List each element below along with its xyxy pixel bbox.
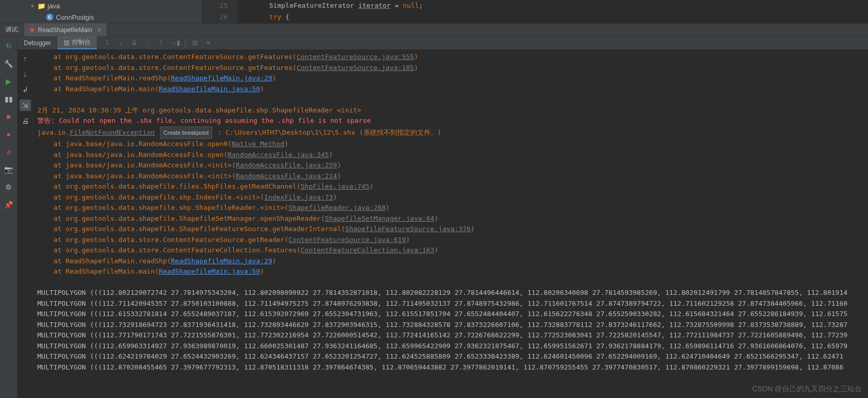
tab-debugger-label: Debugger bbox=[24, 39, 51, 47]
evaluate-icon[interactable]: ⊞ bbox=[189, 37, 201, 49]
line-number: 25 bbox=[202, 0, 228, 11]
print-icon[interactable]: 🖨 bbox=[20, 115, 31, 126]
console-side-toolbar: ↑ ↓ ↲ ⇲ 🖨 bbox=[18, 50, 33, 398]
tree-folder-label: java bbox=[48, 2, 60, 10]
separator bbox=[185, 38, 185, 48]
stack-link[interactable]: Native Method bbox=[232, 140, 285, 148]
stack-link[interactable]: ContentFeatureCollection.java:163 bbox=[301, 246, 434, 254]
top-section: ▾ 📁 java C ConnPostgis C ConstField 25 2… bbox=[0, 0, 868, 23]
camera-icon[interactable]: 📷 bbox=[3, 164, 14, 175]
project-tree: ▾ 📁 java C ConnPostgis C ConstField bbox=[0, 0, 202, 23]
stack-link[interactable]: IndexFile.java:73 bbox=[264, 193, 333, 201]
console-wrapper: ↑ ↓ ↲ ⇲ 🖨 at org.geotools.data.store.Con… bbox=[18, 50, 868, 398]
debug-label: 调试: bbox=[0, 25, 24, 34]
mute-breakpoints-icon[interactable]: ⌀ bbox=[3, 146, 14, 158]
step-out-icon[interactable]: ↑ bbox=[142, 37, 154, 49]
stack-link[interactable]: ContentFeatureSource.java:555 bbox=[297, 53, 414, 61]
debug-tabs-row: Debugger ▤ 控制台 ⤵ ↓ ⇊ ↑ ⤴ →▮ ⊞ ≡ bbox=[18, 36, 868, 50]
run-to-cursor-icon[interactable]: →▮ bbox=[169, 37, 181, 49]
debug-tab-name: ReadShapefileMain bbox=[38, 26, 92, 34]
create-breakpoint-tooltip[interactable]: Create breakpoint bbox=[160, 126, 212, 139]
breakpoints-icon[interactable]: ● bbox=[3, 129, 14, 140]
resume-icon[interactable]: ▶ bbox=[3, 76, 14, 87]
tree-item-connpostgis[interactable]: C ConnPostgis bbox=[31, 11, 201, 23]
stack-link[interactable]: ShpFiles.java:745 bbox=[301, 182, 370, 190]
pause-icon[interactable]: ▮▮ bbox=[3, 93, 14, 105]
tab-debugger[interactable]: Debugger bbox=[18, 36, 57, 49]
watermark: CSDN @自己的九又四分之三站台 bbox=[752, 385, 862, 394]
stack-link[interactable]: ReadShapefileMain.java:50 bbox=[159, 85, 260, 93]
debug-body: Debugger ▤ 控制台 ⤵ ↓ ⇊ ↑ ⤴ →▮ ⊞ ≡ ↑ ↓ bbox=[18, 36, 868, 398]
stop-icon[interactable]: ■ bbox=[3, 111, 14, 122]
exception-link[interactable]: FileNotFoundException bbox=[70, 129, 155, 136]
debug-step-toolbar: ⤵ ↓ ⇊ ↑ ⤴ →▮ ⊞ ≡ bbox=[97, 36, 214, 49]
debug-run-tab[interactable]: ▣ ReadShapefileMain × bbox=[24, 23, 107, 36]
tab-console[interactable]: ▤ 控制台 bbox=[57, 36, 97, 49]
stack-link[interactable]: ShapefileSetManager.java:64 bbox=[325, 215, 434, 222]
scroll-end-icon[interactable]: ⇲ bbox=[20, 100, 31, 111]
force-step-into-icon[interactable]: ⇊ bbox=[129, 37, 140, 49]
rerun-icon[interactable]: ↻ bbox=[3, 40, 14, 52]
class-icon: C bbox=[46, 13, 54, 21]
modify-run-icon[interactable]: 🔧 bbox=[3, 58, 14, 69]
trace-icon[interactable]: ≡ bbox=[203, 37, 214, 49]
debug-main: ↻ 🔧 ▶ ▮▮ ■ ● ⌀ 📷 ⚙ 📌 Debugger ▤ 控制台 ⤵ ↓ … bbox=[0, 36, 868, 398]
console-tab-icon: ▤ bbox=[64, 39, 69, 46]
up-stack-icon[interactable]: ↑ bbox=[20, 53, 31, 64]
run-config-icon: ▣ bbox=[30, 26, 35, 33]
tree-item-label: ConnPostgis bbox=[56, 13, 94, 21]
editor-gutter: 25 26 bbox=[202, 0, 238, 23]
down-stack-icon[interactable]: ↓ bbox=[20, 68, 31, 80]
stack-link[interactable]: ShapefileFeatureSource.java:376 bbox=[345, 225, 471, 233]
stack-link[interactable]: ReadShapefileMain.java:29 bbox=[171, 257, 272, 265]
pin-icon[interactable]: 📌 bbox=[3, 199, 14, 210]
drop-frame-icon[interactable]: ⤴ bbox=[156, 37, 167, 49]
settings-icon[interactable]: ⚙ bbox=[3, 181, 14, 193]
stack-link[interactable]: ContentFeatureSource.java:619 bbox=[288, 236, 406, 244]
console-output[interactable]: at org.geotools.data.store.ContentFeatur… bbox=[33, 50, 868, 398]
soft-wrap-icon[interactable]: ↲ bbox=[20, 84, 31, 95]
debug-left-toolbar: ↻ 🔧 ▶ ▮▮ ■ ● ⌀ 📷 ⚙ 📌 bbox=[0, 36, 18, 398]
stack-link[interactable]: RandomAccessFile.java:214 bbox=[236, 172, 337, 180]
stack-link[interactable]: RandomAccessFile.java:345 bbox=[228, 151, 329, 159]
stack-link[interactable]: ShapefileReader.java:268 bbox=[288, 204, 386, 211]
step-into-icon[interactable]: ↓ bbox=[115, 37, 127, 49]
line-number: 26 bbox=[202, 11, 228, 23]
stack-link[interactable]: RandomAccessFile.java:259 bbox=[236, 161, 337, 169]
chevron-down-icon: ▾ bbox=[31, 3, 37, 9]
code-content: SimpleFeatureIterator iterator = null; t… bbox=[269, 0, 868, 23]
stack-link[interactable]: ReadShapefileMain.java:29 bbox=[171, 74, 272, 82]
stack-link[interactable]: ContentFeatureSource.java:105 bbox=[297, 64, 414, 72]
close-icon[interactable]: × bbox=[97, 26, 101, 34]
tree-folder-java[interactable]: ▾ 📁 java bbox=[31, 0, 201, 11]
folder-icon: 📁 bbox=[37, 2, 46, 10]
tab-console-label: 控制台 bbox=[72, 38, 91, 47]
step-over-icon[interactable]: ⤵ bbox=[102, 37, 113, 49]
code-editor[interactable]: 25 26 SimpleFeatureIterator iterator = n… bbox=[202, 0, 868, 23]
stack-link[interactable]: ReadShapefileMain.java:50 bbox=[159, 267, 260, 275]
